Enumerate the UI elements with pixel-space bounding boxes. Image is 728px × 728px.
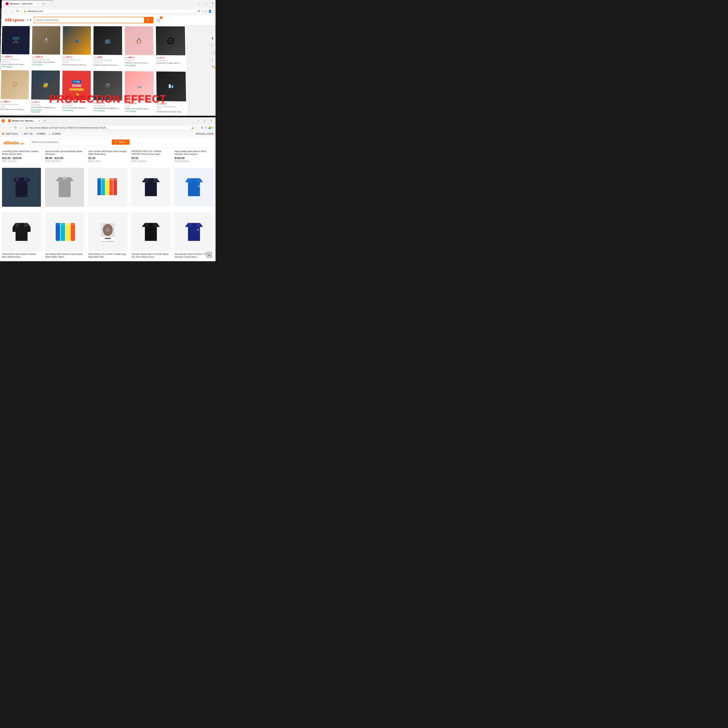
minimize-btn[interactable]: ─ <box>197 1 202 6</box>
product-title: 16oz Double Wall Plastic Flask Straight … <box>88 150 127 156</box>
back-btn[interactable]: ← <box>3 9 8 13</box>
alibaba-tab[interactable]: Alibaba.com: Manufacturers... ✕ <box>6 119 42 123</box>
ali-close[interactable]: ✕ <box>208 118 214 124</box>
product-title: Qi Wireless Charger Pad For ... <box>156 62 185 64</box>
ali-reload-btn[interactable]: ↻ <box>14 125 18 130</box>
alibaba-product-image-card[interactable] <box>0 164 43 209</box>
account-icon[interactable]: 👤 <box>208 9 212 12</box>
product-image: 📺 <box>93 26 122 55</box>
edit-sidebar-icon[interactable]: ✏️ <box>212 65 216 69</box>
product-card[interactable]: 👗 US $13.88 Extra 1% off with coins 70 s… <box>61 25 92 70</box>
bookmark-official[interactable]: 🦊 火狐官方站点 <box>2 132 18 135</box>
alibaba-product-card[interactable]: 16oz Double Wall Plastic Flask Straight … <box>86 148 129 164</box>
heart-sidebar-icon[interactable]: ♡ <box>211 44 215 48</box>
product-price: US $426.93 <box>2 55 29 58</box>
ali-forward-btn[interactable]: → <box>8 125 12 130</box>
browser-nav-bar: ← → ↻ 🔒 aliexpress.com ⬆ ☆ □ 👤 ⋮ <box>2 7 216 15</box>
svg-rect-36 <box>70 223 75 225</box>
star-icon[interactable]: ☆ <box>195 126 197 129</box>
alibaba-search-input[interactable] <box>30 139 109 145</box>
alibaba-nav-bar: ← → ↻ ⌂ 🔒 https://www.alibaba.com/?spm=a… <box>0 124 216 131</box>
alibaba-product-image-card[interactable]: Tactical Shirt Short Sleeve Outdoor Mens… <box>0 209 43 261</box>
product-title: Compressed Air Duster, New... <box>157 110 186 113</box>
ali-back-btn[interactable]: ← <box>2 125 6 130</box>
aliexpress-tab[interactable]: AliExpress - Online Shopping ✕ <box>3 2 41 6</box>
product-price: $3.52 <box>132 156 170 160</box>
svg-rect-11 <box>106 180 109 195</box>
close-btn[interactable]: ✕ <box>210 1 216 6</box>
product-card[interactable]: 📿 US $68.09 Extra 1% off with coins 3 so… <box>0 69 30 114</box>
ali-maximize[interactable]: ◻ <box>202 118 208 124</box>
share2-sidebar-icon[interactable]: ⤴ <box>211 58 216 62</box>
alibaba-product-card[interactable]: High Quality Italian Merino Wool Extrafi… <box>173 148 216 164</box>
alibaba-product-image-card[interactable]: LifeLabs Design Men's CoolLife Sleep Top… <box>130 209 173 261</box>
product-card[interactable]: US $1.49 231 sold ★4.1 Qi Wireless Charg… <box>154 25 187 70</box>
alibaba-product-card[interactable]: Sports Hoodie casual wardrobe staple wit… <box>43 148 86 164</box>
product-image <box>2 168 41 207</box>
alibaba-tab-close[interactable]: ✕ <box>38 120 40 122</box>
bookmark-jd[interactable]: 🛒 京东商城 <box>48 132 60 135</box>
download-icon[interactable]: ⬇ <box>201 126 203 129</box>
alibaba-product-card[interactable]: Low MOQ Down Jacket Men Outdoor Winter S… <box>0 148 43 164</box>
forward-btn[interactable]: → <box>9 9 14 13</box>
product-card[interactable]: 🔐 US $4.79 62 sold ★5 YiToo S3 WiFi Fing… <box>30 69 61 115</box>
product-price: $130.00 <box>174 156 214 160</box>
product-title: Vivione 1080p 3D 4K Project... <box>2 63 29 66</box>
history-icon[interactable]: 🕐 <box>204 126 207 129</box>
product-card[interactable]: 🎬 US $285.45 114 sold ★4.5 AQUA MARINA B… <box>92 70 124 116</box>
product-price: US $1.49 <box>156 56 185 59</box>
product-card[interactable]: 💍 US $202.98 Extra 1% off with coins Lux… <box>31 25 61 69</box>
product-card[interactable]: 7" IPS HDMI Portable Display 👆 US $25.46… <box>61 69 92 115</box>
search-btn[interactable]: 🔍 <box>144 17 153 23</box>
alibaba-product-image-card[interactable] <box>173 164 216 209</box>
menu-icon2[interactable]: ≡ <box>213 126 214 129</box>
bookmark-common[interactable]: □ 常用网址 <box>35 132 46 135</box>
hamburger-menu[interactable]: ≡ ▾ <box>26 18 31 22</box>
projection-effect-label: PROJECTION EFFECT <box>49 93 167 105</box>
maximize-btn[interactable]: □ <box>203 1 209 6</box>
bookmark-icon[interactable]: ☆ <box>201 9 204 12</box>
product-card[interactable]: 🪆 US $64.48 11 sold ★5 Yoshitomo Nara Dr… <box>123 25 155 70</box>
cart-icon[interactable]: 🛒 0 <box>156 17 161 23</box>
extensions-icon[interactable]: □ <box>205 9 207 12</box>
ali-home-btn[interactable]: ⌂ <box>19 125 23 130</box>
free-shipping: Free shipping <box>125 64 154 66</box>
alibaba-product-image-card[interactable] <box>43 164 86 209</box>
address-bar[interactable]: 🔒 aliexpress.com <box>21 9 196 13</box>
share-icon[interactable]: ⬆ <box>197 9 200 12</box>
security-icon: 🔒 <box>26 126 28 129</box>
product-title: 7inch IPS Portable Display H... <box>62 107 90 109</box>
cart-badge: 0 <box>160 16 163 19</box>
ali-minimize[interactable]: ─ <box>196 118 201 124</box>
product-image: 👗 <box>63 26 91 55</box>
reload-btn[interactable]: ↻ <box>15 9 20 13</box>
product-title: Personalized Letter Customiz... <box>0 108 29 110</box>
product-card[interactable]: 📺 US $159 Extra 3% off with coins 10 sol… <box>92 25 123 70</box>
alibaba-search-btn[interactable]: 🔍 Search <box>112 139 130 145</box>
alibaba-product-image-card[interactable] <box>130 164 173 209</box>
scroll-to-top-btn[interactable]: ▲ <box>206 252 213 258</box>
search-input[interactable] <box>34 17 144 23</box>
product-title: REDROSE PACK OF 3 BIKINI PANTIES Pack of… <box>132 150 170 156</box>
free-return: Free return <box>31 111 60 113</box>
extensions-icon2[interactable]: 🧩 <box>208 126 211 129</box>
menu-icon[interactable]: ⋮ <box>213 9 216 12</box>
share-sidebar-icon[interactable]: ⬆ <box>211 37 215 41</box>
product-price: US $13.88 <box>63 55 91 59</box>
product-title: 2023 New Women Cotton Su... <box>63 64 91 66</box>
tab-close-btn[interactable]: ✕ <box>37 3 39 5</box>
alibaba-product-image-card[interactable]: Hot Selling 18/8 Stainless Steel Sports … <box>43 209 86 261</box>
alibaba-product-card[interactable]: REDROSE PACK OF 3 BIKINI PANTIES Pack of… <box>130 148 173 164</box>
bookmark-beginner[interactable]: 📄 新手上路 <box>21 132 33 135</box>
alibaba-new-tab[interactable]: + <box>44 119 46 122</box>
svg-marker-17 <box>142 178 160 196</box>
alibaba-tab-title: Alibaba.com: Manufacturers... <box>12 119 36 122</box>
product-discount: Extra 2% off with coins <box>2 58 29 61</box>
new-tab-btn[interactable]: + <box>43 2 45 5</box>
alibaba-product-image-card[interactable]: your design 12oz wine TUMBLER Fast Deliv… <box>86 209 129 261</box>
alibaba-address-bar[interactable]: 🔒 https://www.alibaba.com/?spm=a27g1.268… <box>24 125 199 130</box>
product-card[interactable]: 3D HD 📽️ WiFi HDMI US $426.93 Extra 2% o… <box>0 25 31 69</box>
alibaba-product-image-card[interactable] <box>86 164 129 209</box>
clock-sidebar-icon[interactable]: 🕐 <box>211 51 216 55</box>
mobile-bookmarks[interactable]: □移动设备上的书签 <box>195 132 214 135</box>
